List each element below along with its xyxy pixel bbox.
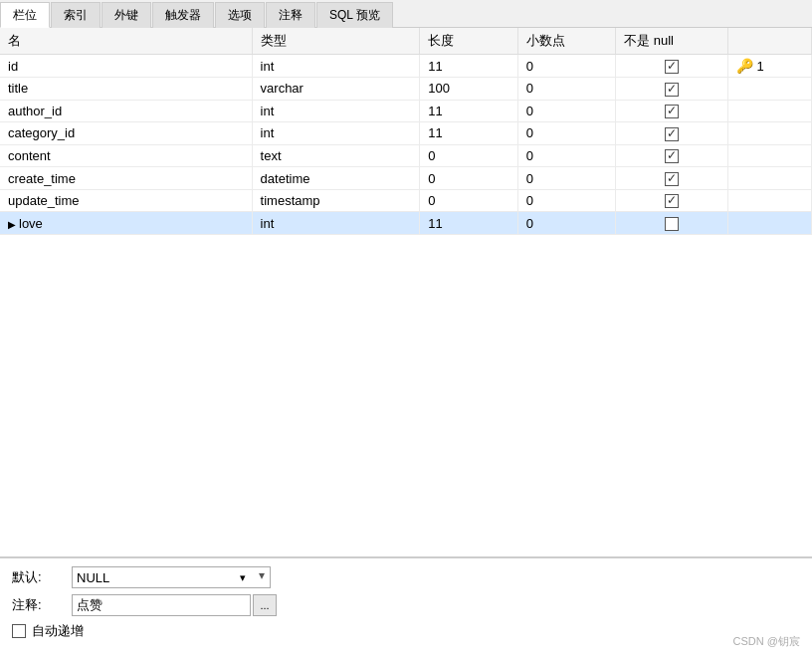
cell-notnull[interactable]: [616, 189, 727, 212]
cell-notnull[interactable]: [616, 212, 727, 235]
autoincrement-row: 自动递增: [12, 622, 800, 640]
cell-decimal: 0: [517, 212, 615, 235]
cell-length: 11: [420, 55, 517, 78]
header-type: 类型: [252, 28, 420, 55]
comment-input[interactable]: [72, 594, 251, 616]
notnull-checkbox[interactable]: [665, 172, 679, 186]
cell-extra: [727, 212, 811, 235]
table-row[interactable]: category_idint110: [0, 122, 812, 145]
notnull-checkbox[interactable]: [665, 217, 679, 231]
table-header-row: 名 类型 长度 小数点 不是 null: [0, 28, 812, 55]
cell-extra: [727, 100, 811, 122]
cell-length: 11: [420, 100, 517, 122]
cell-notnull[interactable]: [616, 100, 727, 122]
cell-extra: [727, 78, 811, 101]
cell-extra: [727, 122, 811, 145]
cell-decimal: 0: [517, 78, 615, 101]
cell-type: varchar: [252, 78, 420, 101]
watermark: CSDN @钥宸: [733, 634, 800, 649]
columns-table: 名 类型 长度 小数点 不是 null idint110🔑1titlevarch…: [0, 28, 812, 235]
cell-notnull[interactable]: [616, 55, 727, 78]
cell-decimal: 0: [517, 100, 615, 122]
cell-notnull[interactable]: [616, 144, 727, 167]
tab-trigger[interactable]: 触发器: [152, 2, 214, 28]
default-row: 默认: NULL ▾: [12, 566, 800, 588]
bottom-panel: 默认: NULL ▾ 注释: ... 自动递增: [0, 557, 812, 657]
table-row[interactable]: titlevarchar1000: [0, 78, 812, 101]
tab-columns[interactable]: 栏位: [0, 2, 50, 28]
header-notnull: 不是 null: [616, 28, 727, 55]
notnull-checkbox[interactable]: [665, 194, 679, 208]
cell-type: int: [252, 212, 420, 235]
header-name: 名: [0, 28, 252, 55]
tab-comment[interactable]: 注释: [266, 2, 315, 28]
table-row[interactable]: ▶loveint110: [0, 212, 812, 235]
cell-length: 11: [420, 212, 517, 235]
notnull-checkbox[interactable]: [665, 60, 679, 74]
dropdown-arrow-icon: ▾: [240, 571, 246, 584]
cell-name: title: [0, 78, 252, 101]
table-row[interactable]: create_timedatetime00: [0, 167, 812, 190]
cell-extra: 🔑1: [727, 55, 811, 78]
autoincrement-checkbox[interactable]: [12, 624, 26, 638]
tab-index[interactable]: 索引: [51, 2, 101, 28]
cell-notnull[interactable]: [616, 78, 727, 101]
header-extra: [727, 28, 811, 55]
tab-fk[interactable]: 外键: [102, 2, 151, 28]
cell-name: update_time: [0, 189, 252, 212]
cell-decimal: 0: [517, 144, 615, 167]
cell-length: 0: [420, 167, 517, 190]
cell-notnull[interactable]: [616, 167, 727, 190]
cell-length: 0: [420, 144, 517, 167]
cell-decimal: 0: [517, 122, 615, 145]
cell-extra: [727, 167, 811, 190]
dots-button[interactable]: ...: [253, 594, 277, 616]
comment-row: 注释: ...: [12, 594, 800, 616]
cell-type: int: [252, 55, 420, 78]
notnull-checkbox[interactable]: [665, 105, 679, 118]
cell-name: id: [0, 55, 252, 78]
table-row[interactable]: update_timetimestamp00: [0, 189, 812, 212]
cell-type: text: [252, 144, 420, 167]
cell-name: create_time: [0, 167, 252, 190]
cell-name: author_id: [0, 100, 252, 122]
cell-length: 100: [420, 78, 517, 101]
tab-options[interactable]: 选项: [215, 2, 265, 28]
table-row[interactable]: idint110🔑1: [0, 55, 812, 78]
cell-name: content: [0, 144, 252, 167]
table-area: 名 类型 长度 小数点 不是 null idint110🔑1titlevarch…: [0, 28, 812, 557]
row-arrow-icon: ▶: [8, 219, 16, 230]
cell-extra: [727, 144, 811, 167]
key-icon: 🔑: [736, 58, 753, 74]
default-select[interactable]: NULL ▾: [72, 566, 271, 588]
cell-type: int: [252, 122, 420, 145]
table-body: idint110🔑1titlevarchar1000author_idint11…: [0, 55, 812, 235]
cell-length: 0: [420, 189, 517, 212]
cell-decimal: 0: [517, 55, 615, 78]
table-row[interactable]: contenttext00: [0, 144, 812, 167]
table-row[interactable]: author_idint110: [0, 100, 812, 122]
cell-decimal: 0: [517, 167, 615, 190]
header-decimal: 小数点: [517, 28, 615, 55]
cell-name: ▶love: [0, 212, 252, 235]
tab-sqlpreview[interactable]: SQL 预览: [316, 2, 393, 28]
notnull-checkbox[interactable]: [665, 149, 679, 163]
default-select-wrapper: NULL ▾: [72, 566, 271, 588]
comment-label: 注释:: [12, 596, 72, 614]
cell-decimal: 0: [517, 189, 615, 212]
notnull-checkbox[interactable]: [665, 127, 679, 141]
cell-type: int: [252, 100, 420, 122]
cell-length: 11: [420, 122, 517, 145]
main-content: 名 类型 长度 小数点 不是 null idint110🔑1titlevarch…: [0, 28, 812, 657]
cell-name: category_id: [0, 122, 252, 145]
tab-bar: 栏位索引外键触发器选项注释SQL 预览: [0, 0, 812, 28]
notnull-checkbox[interactable]: [665, 83, 679, 97]
cell-extra: [727, 189, 811, 212]
default-label: 默认:: [12, 568, 72, 586]
header-length: 长度: [420, 28, 517, 55]
cell-notnull[interactable]: [616, 122, 727, 145]
autoincrement-label: 自动递增: [32, 622, 84, 640]
cell-type: timestamp: [252, 189, 420, 212]
cell-type: datetime: [252, 167, 420, 190]
